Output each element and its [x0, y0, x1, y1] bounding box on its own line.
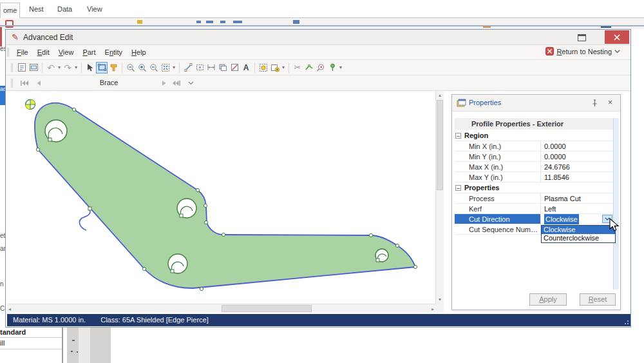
window-title: Advanced Edit: [23, 33, 73, 42]
property-row-kerf[interactable]: Kerf Left: [455, 204, 613, 214]
collapse-icon[interactable]: [455, 185, 461, 191]
property-row-max-y[interactable]: Max Y (in.) 11.8546: [455, 172, 613, 182]
title-bar[interactable]: ✎ Advanced Edit: [6, 30, 630, 45]
restore-button[interactable]: [578, 34, 586, 41]
property-value[interactable]: 0.0000: [541, 152, 613, 161]
collapse-icon[interactable]: [455, 133, 461, 139]
property-value[interactable]: 24.6766: [541, 162, 613, 172]
measure-icon[interactable]: [182, 62, 194, 74]
scroll-down-icon[interactable]: ▾: [436, 297, 444, 302]
previous-part-button[interactable]: [33, 77, 44, 89]
ribbon-sliver-icon: [220, 21, 225, 23]
menu-help[interactable]: Help: [127, 46, 151, 58]
tab-data[interactable]: Data: [57, 5, 72, 13]
tab-home[interactable]: ome: [0, 3, 20, 18]
select-pointer-icon[interactable]: [84, 62, 96, 74]
menu-part[interactable]: Part: [78, 46, 100, 58]
drawing-canvas[interactable]: [7, 91, 435, 304]
scroll-left-icon[interactable]: ◂: [8, 306, 11, 312]
horizontal-scroll-thumb[interactable]: [222, 305, 312, 312]
menu-edit[interactable]: Edit: [33, 46, 54, 58]
close-button[interactable]: [605, 30, 629, 44]
last-part-button[interactable]: [171, 77, 182, 89]
zoom-out-icon[interactable]: [125, 62, 137, 74]
add-profile-icon[interactable]: [269, 62, 281, 74]
text-tool-icon[interactable]: A: [240, 62, 252, 74]
trim-icon[interactable]: ✂: [292, 62, 303, 74]
property-value[interactable]: Left: [541, 204, 613, 213]
property-row-min-x[interactable]: Min X (in.) 0.0000: [455, 141, 613, 152]
property-label: Max Y (in.): [455, 172, 541, 182]
reset-button[interactable]: Reset: [580, 293, 616, 306]
apply-button[interactable]: Apply: [529, 293, 567, 306]
cut-direction-value-cell[interactable]: Clockwise: [541, 214, 613, 224]
menu-view[interactable]: View: [54, 46, 79, 58]
zoom-extents-icon[interactable]: [160, 62, 171, 74]
zoom-in-icon[interactable]: [137, 62, 148, 74]
vertical-scrollbar[interactable]: ▴ ▾: [435, 91, 444, 304]
edit-dropdown-icon[interactable]: ▾: [338, 64, 343, 70]
chevron-down-icon: [614, 50, 620, 54]
redo-icon[interactable]: ↷: [62, 62, 73, 74]
background-mark: [77, 351, 78, 353]
menu-file[interactable]: File: [12, 46, 33, 58]
view-drawing-icon[interactable]: [16, 62, 28, 74]
scroll-right-icon[interactable]: ▸: [431, 306, 434, 312]
divide-entity-icon[interactable]: [229, 62, 240, 74]
property-value[interactable]: Plasma Cut: [541, 193, 613, 203]
dimension-icon[interactable]: [205, 62, 217, 74]
select-dropdown-icon[interactable]: ▾: [281, 64, 286, 70]
group-region[interactable]: Region: [455, 130, 613, 141]
profile-properties-header: Profile Properties - Exterior: [455, 118, 613, 130]
close-panel-icon[interactable]: ×: [608, 98, 612, 107]
extend-icon[interactable]: [303, 62, 315, 74]
zoom-previous-icon[interactable]: [148, 62, 160, 74]
return-to-nesting-button[interactable]: Return to Nesting: [545, 47, 620, 55]
property-value[interactable]: 0.0000: [541, 141, 613, 151]
tab-view[interactable]: View: [87, 5, 102, 13]
group-properties[interactable]: Properties: [455, 182, 613, 193]
property-value[interactable]: 11.8546: [541, 172, 613, 182]
property-label: Kerf: [455, 204, 541, 213]
divider: [0, 349, 62, 349]
layers-icon[interactable]: [217, 62, 229, 74]
screen: ome Nest Data View es ac et ar n Cu tand…: [0, 0, 644, 363]
tab-nest[interactable]: Nest: [29, 5, 44, 13]
resize-grip-icon[interactable]: [623, 319, 629, 325]
undo-icon[interactable]: ↶: [45, 62, 57, 74]
status-bar: Material: MS 1.0000 in. Class: 65A Shiel…: [7, 314, 630, 326]
scroll-up-icon[interactable]: ▴: [436, 92, 444, 98]
property-row-cut-direction[interactable]: Cut Direction Clockwise: [455, 214, 613, 224]
dropdown-option-counterclockwise[interactable]: Counterclockwise: [542, 234, 615, 242]
lasso-zoom-icon[interactable]: [315, 62, 327, 74]
select-profile-icon[interactable]: [258, 62, 269, 74]
property-row-max-x[interactable]: Max X (in.) 24.6766: [455, 162, 613, 172]
pin-icon[interactable]: [591, 99, 598, 107]
properties-panel-titlebar[interactable]: Properties ×: [452, 95, 620, 112]
background-panel: [79, 328, 90, 363]
clamp-tool-icon[interactable]: [108, 62, 119, 74]
node-edit-icon[interactable]: [327, 62, 338, 74]
part-drawing: [7, 91, 435, 304]
undo-dropdown-icon[interactable]: ▾: [57, 64, 62, 70]
vertical-scroll-thumb[interactable]: [437, 100, 443, 190]
redo-dropdown-icon[interactable]: ▾: [73, 64, 79, 70]
panel-scrollbar[interactable]: [613, 118, 619, 289]
frame-edit-icon[interactable]: [194, 62, 205, 74]
ribbon-sliver-icon: [137, 20, 142, 24]
first-part-button[interactable]: [19, 77, 30, 89]
horizontal-scrollbar[interactable]: ◂ ▸: [7, 304, 435, 313]
property-label: Max X (in.): [455, 162, 541, 172]
zoom-dropdown-icon[interactable]: ▾: [171, 64, 176, 70]
dropdown-option-clockwise[interactable]: Clockwise: [542, 226, 615, 234]
zoom-window-tool-icon[interactable]: [96, 62, 108, 74]
next-part-button[interactable]: [158, 77, 170, 89]
divider: [62, 328, 63, 363]
menu-entity[interactable]: Entity: [100, 46, 128, 58]
property-row-process[interactable]: Process Plasma Cut: [455, 193, 613, 204]
toolbar-grip: [7, 48, 9, 57]
part-nav-dropdown-icon[interactable]: [185, 77, 196, 89]
panel-top-edge: [0, 25, 644, 26]
view-text-icon[interactable]: [28, 62, 39, 74]
property-row-min-y[interactable]: Min Y (in.) 0.0000: [455, 152, 613, 162]
